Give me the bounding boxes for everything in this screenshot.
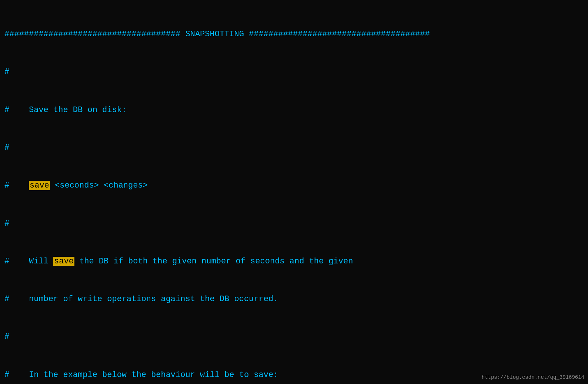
blank-line-1: #	[4, 66, 584, 78]
blank-line-2: #	[4, 142, 584, 154]
watermark: https://blog.csdn.net/qq_39169614	[482, 374, 584, 380]
header-line: #################################### SNA…	[4, 28, 584, 41]
save-syntax-line: # save <seconds> <changes>	[4, 179, 584, 192]
will-save-line-1: # Will save the DB if both the given num…	[4, 255, 584, 268]
save-keyword-1: save	[29, 181, 50, 190]
blank-line-3: #	[4, 218, 584, 230]
save-keyword-2: save	[53, 257, 74, 266]
save-db-label: # Save the DB on disk:	[4, 104, 584, 117]
blank-line-4: #	[4, 331, 584, 343]
code-block: #################################### SNA…	[4, 3, 584, 384]
will-save-line-2: # number of write operations against the…	[4, 293, 584, 306]
